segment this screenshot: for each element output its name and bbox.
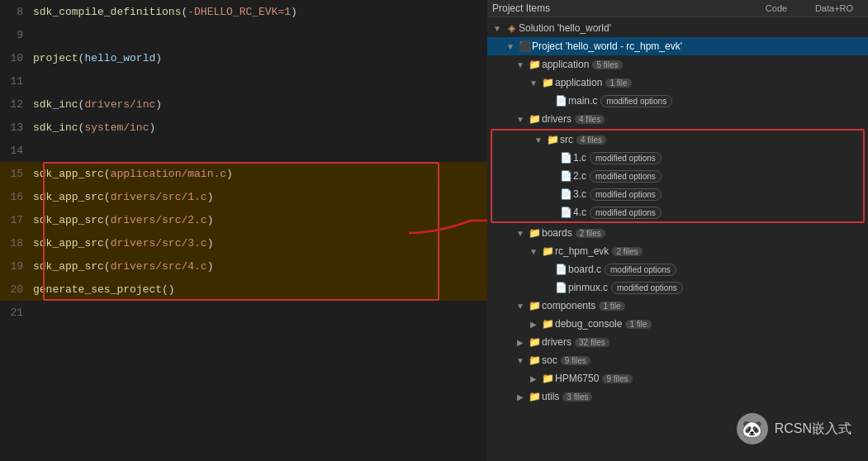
line-num-15: 15 — [0, 168, 33, 180]
code-line-8: 8 sdk_compile_definitions(-DHELLO_RC_EVK… — [0, 0, 487, 23]
boards-folder[interactable]: ▼ 📁 boards 2 files — [487, 224, 868, 242]
rc-hpm-evk-folder[interactable]: ▼ 📁 rc_hpm_evk 2 files — [487, 242, 868, 260]
code-line-10: 10 project(hello_world) — [0, 46, 487, 69]
board-c-row[interactable]: 📄 board.c modified options — [487, 260, 868, 278]
folder-icon: 📁 — [527, 59, 542, 70]
watermark-brand-text: RCSN嵌入式 — [775, 421, 851, 438]
project-toggle: ▼ — [504, 42, 517, 51]
src-red-box: ▼ 📁 src 4 files 📄 1.c modified options 📄… — [491, 129, 865, 223]
utils-label: utils — [542, 391, 559, 402]
project-label: Project 'hello_world - rc_hpm_evk' — [532, 40, 682, 52]
file-2c-icon: 📄 — [558, 170, 573, 182]
application-sub-folder[interactable]: ▼ 📁 application 1 file — [487, 74, 868, 92]
pinmux-c-row[interactable]: 📄 pinmux.c modified options — [487, 278, 868, 297]
main-c-label: main.c — [568, 95, 597, 107]
line-num-13: 13 — [0, 121, 33, 134]
components-folder[interactable]: ▼ 📁 components 1 file — [487, 297, 868, 315]
code-line-9: 9 — [0, 23, 487, 46]
code-line-16: 16 sdk_app_src(drivers/src/1.c) — [0, 185, 487, 208]
application-toggle: ▼ — [514, 60, 527, 69]
file-3c-row[interactable]: 📄 3.c modified options — [492, 185, 863, 203]
panel-title: Project Items — [492, 2, 747, 14]
drivers-badge: 4 files — [575, 115, 605, 124]
line-content-19: sdk_app_src(drivers/src/4.c) — [33, 260, 487, 273]
file-3c-modified: modified options — [590, 188, 662, 201]
hpm6750-folder[interactable]: ▶ 📁 HPM6750 9 files — [487, 369, 868, 387]
file-4c-modified: modified options — [590, 207, 662, 219]
pinmux-c-modified: modified options — [611, 282, 683, 294]
line-num-20: 20 — [0, 283, 33, 296]
watermark-panda-icon: 🐼 — [737, 413, 768, 444]
application-sub-label: application — [555, 77, 602, 88]
application-label: application — [542, 59, 589, 70]
file-4c-row[interactable]: 📄 4.c modified options — [492, 203, 863, 221]
src-toggle: ▼ — [532, 135, 545, 145]
project-row[interactable]: ▼ ⬛ Project 'hello_world - rc_hpm_evk' — [487, 37, 868, 55]
code-line-12: 12 sdk_inc(drivers/inc) — [0, 93, 487, 116]
col-dataro-header: Data+RO — [805, 3, 863, 13]
code-lines: 8 sdk_compile_definitions(-DHELLO_RC_EVK… — [0, 0, 487, 324]
line-num-9: 9 — [0, 29, 33, 41]
hpm6750-icon: 📁 — [540, 373, 555, 384]
watermark-right: 🐼 RCSN嵌入式 — [737, 413, 851, 444]
line-num-21: 21 — [0, 307, 33, 319]
application-sub-badge: 1 file — [605, 78, 631, 88]
file-2c-modified: modified options — [590, 170, 662, 183]
drivers2-label: drivers — [542, 336, 572, 348]
pinmux-c-label: pinmux.c — [568, 282, 608, 293]
main-c-row[interactable]: 📄 main.c modified options — [487, 92, 868, 110]
boards-badge: 2 files — [576, 229, 605, 238]
drivers2-icon: 📁 — [527, 336, 542, 348]
file-2c-label: 2.c — [573, 170, 586, 182]
boards-icon: 📁 — [527, 227, 542, 239]
drivers-label: drivers — [542, 113, 572, 125]
drivers-icon: 📁 — [527, 113, 542, 125]
file-1c-row[interactable]: 📄 1.c modified options — [492, 149, 863, 167]
solution-row[interactable]: ▼ ◈ Solution 'hello_world' — [487, 19, 868, 37]
components-icon: 📁 — [527, 300, 542, 311]
debug-console-icon: 📁 — [540, 318, 555, 330]
components-toggle: ▼ — [514, 302, 527, 311]
file-4c-icon: 📄 — [558, 207, 573, 218]
main-c-modified: modified options — [600, 95, 672, 107]
drivers-toggle: ▼ — [514, 115, 527, 124]
project-panel: Project Items Code Data+RO ▼ ◈ Solution … — [487, 0, 868, 461]
line-content-17: sdk_app_src(drivers/src/2.c) — [33, 214, 487, 226]
debug-console-label: debug_console — [555, 318, 622, 330]
rc-hpm-evk-badge: 2 files — [612, 247, 642, 256]
src-folder[interactable]: ▼ 📁 src 4 files — [492, 131, 863, 149]
file-3c-label: 3.c — [573, 188, 586, 200]
boards-label: boards — [542, 227, 572, 239]
utils-folder[interactable]: ▶ 📁 utils 3 files — [487, 387, 868, 406]
tree-container[interactable]: ▼ ◈ Solution 'hello_world' ▼ ⬛ Project '… — [487, 17, 868, 461]
debug-console-folder[interactable]: ▶ 📁 debug_console 1 file — [487, 315, 868, 333]
file-1c-modified: modified options — [590, 152, 662, 164]
rc-hpm-evk-label: rc_hpm_evk — [555, 245, 609, 257]
code-line-15: 15 sdk_app_src(application/main.c) — [0, 162, 487, 185]
drivers2-badge: 32 files — [575, 338, 609, 347]
file-2c-row[interactable]: 📄 2.c modified options — [492, 167, 863, 185]
code-line-21: 21 — [0, 301, 487, 324]
line-content-15: sdk_app_src(application/main.c) — [33, 168, 487, 180]
drivers-folder[interactable]: ▼ 📁 drivers 4 files — [487, 110, 868, 128]
line-content-10: project(hello_world) — [33, 52, 487, 64]
hpm6750-badge: 9 files — [602, 374, 632, 383]
utils-toggle: ▶ — [514, 392, 527, 402]
debug-console-toggle: ▶ — [527, 320, 540, 329]
line-content-8: sdk_compile_definitions(-DHELLO_RC_EVK=1… — [33, 6, 487, 18]
code-line-13: 13 sdk_inc(system/inc) — [0, 116, 487, 139]
src-badge: 4 files — [576, 135, 606, 145]
solution-label: Solution 'hello_world' — [519, 22, 611, 34]
utils-icon: 📁 — [527, 391, 542, 402]
soc-folder[interactable]: ▼ 📁 soc 9 files — [487, 351, 868, 369]
components-label: components — [542, 300, 595, 311]
soc-icon: 📁 — [527, 354, 542, 366]
line-num-19: 19 — [0, 260, 33, 273]
drivers2-folder[interactable]: ▶ 📁 drivers 32 files — [487, 333, 868, 351]
line-num-11: 11 — [0, 75, 33, 88]
project-icon: ⬛ — [517, 40, 532, 52]
line-num-12: 12 — [0, 98, 33, 111]
application-sub-toggle: ▼ — [527, 78, 540, 88]
line-num-8: 8 — [0, 6, 33, 18]
application-folder[interactable]: ▼ 📁 application 5 files — [487, 55, 868, 74]
